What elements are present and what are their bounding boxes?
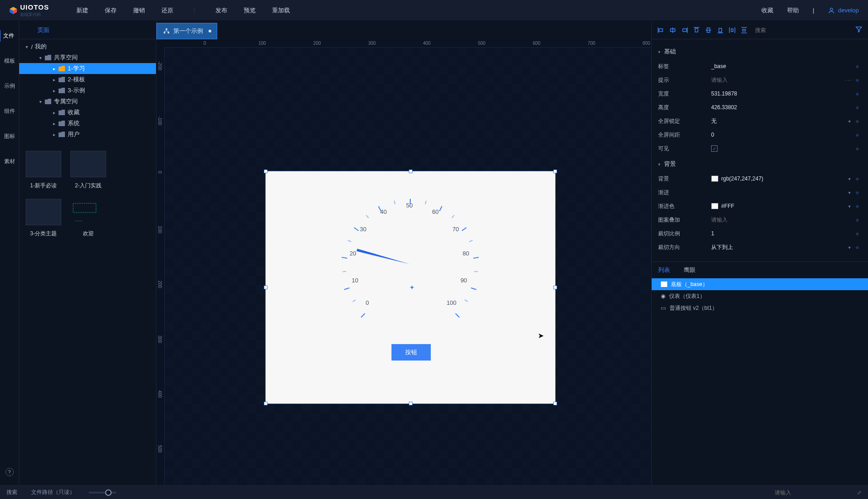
ruler-horizontal[interactable]: 0100200300400500600700800 bbox=[165, 39, 651, 48]
align-center-h-button[interactable] bbox=[667, 25, 678, 36]
visible-checkbox[interactable]: ✓ bbox=[711, 145, 718, 152]
link-icon[interactable]: ⟐ bbox=[852, 189, 862, 196]
width-input[interactable] bbox=[711, 90, 852, 97]
layer-base[interactable]: 底板（_base） bbox=[652, 278, 868, 290]
menu-new[interactable]: 新建 bbox=[76, 6, 88, 15]
tree-item-sys[interactable]: ▸系统 bbox=[19, 118, 156, 129]
nav-asset[interactable]: 素材 bbox=[2, 156, 17, 167]
link-icon[interactable]: ⟐ bbox=[852, 175, 862, 182]
menu-favorite[interactable]: 收藏 bbox=[761, 6, 773, 15]
logo[interactable]: UIOTOS 前端零代码 bbox=[9, 3, 49, 18]
tree-item-fav[interactable]: ▸收藏 bbox=[19, 107, 156, 118]
thumb-item[interactable]: 2-入门实践 bbox=[70, 151, 106, 190]
nav-template[interactable]: 模板 bbox=[2, 55, 17, 67]
tip-input[interactable] bbox=[711, 77, 845, 83]
bg-color-select[interactable]: rgb(247,247,247)▾ bbox=[711, 175, 852, 182]
link-icon[interactable]: ⟐ bbox=[852, 104, 862, 111]
crop-input[interactable] bbox=[711, 230, 852, 237]
tree-item-example[interactable]: ▸3-示例 bbox=[19, 85, 156, 96]
align-bottom-button[interactable] bbox=[715, 25, 726, 36]
gauge-tick bbox=[462, 227, 467, 231]
link-icon[interactable]: ⟐ bbox=[852, 77, 862, 83]
section-background[interactable]: ▾背景 bbox=[658, 160, 862, 168]
tree-root[interactable]: ▾/我的 bbox=[19, 41, 156, 52]
resize-handle[interactable] bbox=[553, 402, 557, 405]
layer-button[interactable]: ▭普通按钮 v2（bt1） bbox=[652, 302, 868, 314]
link-icon[interactable]: ⟐ bbox=[852, 244, 862, 250]
nav-help-icon[interactable]: ? bbox=[5, 468, 14, 476]
canvas-button[interactable]: 按钮 bbox=[391, 344, 431, 361]
tree-item-template[interactable]: ▸2-模板 bbox=[19, 74, 156, 85]
user-menu[interactable]: develop bbox=[828, 7, 859, 14]
link-icon[interactable]: ⟐ bbox=[852, 145, 862, 152]
artboard[interactable]: 0102030405060708090100 ✦ 按钮 ➤ bbox=[265, 171, 556, 404]
resize-handle[interactable] bbox=[264, 402, 268, 405]
align-left-button[interactable] bbox=[655, 25, 666, 36]
distribute-h-button[interactable] bbox=[727, 25, 738, 36]
resize-handle[interactable] bbox=[409, 170, 413, 173]
crop-dir-select[interactable]: 从下到上▾ bbox=[711, 244, 852, 251]
tab-list[interactable]: 列表 bbox=[658, 266, 670, 274]
gauge-widget[interactable]: 0102030405060708090100 bbox=[327, 180, 492, 299]
bottom-input[interactable] bbox=[775, 489, 843, 496]
gradient-select[interactable]: ▾ bbox=[711, 190, 852, 195]
link-icon[interactable]: ⟐ bbox=[852, 230, 862, 237]
menu-undo[interactable]: 撤销 bbox=[133, 6, 145, 15]
overlay-input[interactable] bbox=[711, 217, 852, 223]
slider-knob[interactable] bbox=[105, 489, 112, 496]
menu-help[interactable]: 帮助 bbox=[787, 6, 799, 15]
menu-reload[interactable]: 重加载 bbox=[272, 6, 290, 15]
tree-tab-page[interactable]: 页面 bbox=[38, 26, 49, 34]
property-search-input[interactable] bbox=[755, 27, 854, 33]
align-right-button[interactable] bbox=[679, 25, 690, 36]
canvas-stage[interactable]: 0102030405060708090100 ✦ 按钮 ➤ bbox=[165, 48, 651, 485]
tree-item-learn[interactable]: ▸1-学习 bbox=[19, 63, 156, 74]
tree-item-user[interactable]: ▸用户 bbox=[19, 129, 156, 140]
resize-handle[interactable] bbox=[553, 286, 557, 289]
gap-input[interactable] bbox=[711, 132, 852, 138]
thumb-item[interactable]: --------欢迎 bbox=[70, 199, 106, 238]
link-icon[interactable]: ⟐ bbox=[852, 217, 862, 223]
canvas-tab[interactable]: 第一个示例 bbox=[156, 23, 217, 39]
resize-handle[interactable] bbox=[264, 286, 268, 289]
nav-example[interactable]: 示例 bbox=[2, 80, 17, 92]
section-base[interactable]: ▾基础 bbox=[658, 48, 862, 56]
thumb-item[interactable]: 1-新手必读 bbox=[26, 151, 61, 190]
nav-file[interactable]: 文件 bbox=[0, 30, 16, 42]
label-input[interactable] bbox=[711, 63, 852, 69]
expand-icon[interactable]: ⤢ bbox=[857, 489, 862, 496]
resize-handle[interactable] bbox=[553, 170, 557, 173]
menu-publish[interactable]: 发布 bbox=[215, 6, 227, 15]
lock-select[interactable]: 无▾ bbox=[711, 117, 852, 125]
align-center-v-button[interactable] bbox=[703, 25, 714, 36]
zoom-slider[interactable] bbox=[89, 492, 116, 494]
prop-overlay: 图案叠加⟐ bbox=[656, 213, 862, 227]
nav-component[interactable]: 组件 bbox=[2, 106, 17, 117]
more-icon[interactable]: ··· bbox=[845, 77, 852, 83]
tree-own[interactable]: ▾专属空间 bbox=[19, 96, 156, 107]
nav-icon[interactable]: 图标 bbox=[2, 131, 17, 142]
svg-rect-6 bbox=[166, 28, 167, 30]
tree-shared[interactable]: ▾共享空间 bbox=[19, 52, 156, 63]
link-icon[interactable]: ⟐ bbox=[852, 118, 862, 124]
filter-icon[interactable] bbox=[855, 26, 864, 34]
link-icon[interactable]: ⟐ bbox=[852, 203, 862, 209]
link-icon[interactable]: ⟐ bbox=[852, 132, 862, 138]
menu-redo[interactable]: 还原 bbox=[161, 6, 173, 15]
height-input[interactable] bbox=[711, 104, 852, 111]
tab-eagle[interactable]: 鹰眼 bbox=[684, 266, 696, 274]
menu-save[interactable]: 保存 bbox=[105, 6, 117, 15]
thumb-item[interactable]: 3-分类主题 bbox=[26, 199, 61, 238]
gradient-color-select[interactable]: #FFF▾ bbox=[711, 203, 852, 209]
bottom-search[interactable]: 搜索 bbox=[6, 488, 17, 496]
ruler-vertical[interactable]: -200-1000100200300400500 bbox=[156, 48, 165, 485]
resize-handle[interactable] bbox=[409, 402, 413, 405]
layer-gauge[interactable]: ◉仪表（仪表1） bbox=[652, 290, 868, 302]
distribute-v-button[interactable] bbox=[739, 25, 750, 36]
resize-handle[interactable] bbox=[264, 170, 268, 173]
align-top-button[interactable] bbox=[691, 25, 702, 36]
link-icon[interactable]: ⟐ bbox=[852, 90, 862, 97]
menu-preview[interactable]: 预览 bbox=[244, 6, 256, 15]
prop-bg: 背景rgb(247,247,247)▾⟐ bbox=[656, 172, 862, 186]
link-icon[interactable]: ⟐ bbox=[852, 63, 862, 69]
